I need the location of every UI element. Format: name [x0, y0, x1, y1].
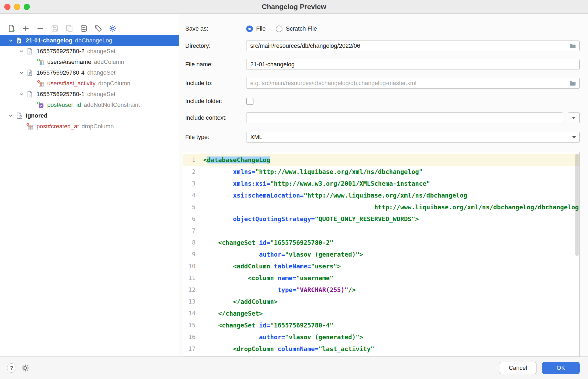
line-number: 2 — [183, 166, 200, 178]
zoom-window-button[interactable] — [24, 4, 30, 10]
tree-row[interactable]: post#user_idaddNotNullConstraint — [0, 100, 179, 110]
window-title: Changelog Preview — [262, 3, 326, 11]
new-changelog-icon[interactable] — [7, 24, 16, 33]
changelog-file-icon — [16, 37, 24, 44]
folder-icon[interactable] — [569, 80, 576, 87]
folder-icon[interactable] — [569, 42, 576, 49]
code-line: 4 xsi:schemaLocation="http://www.liquiba… — [183, 190, 579, 201]
radio-scratch-file[interactable] — [276, 25, 282, 32]
database-icon[interactable] — [79, 24, 88, 33]
file-name-value: 21-01-changelog — [250, 61, 295, 68]
file-type-value: XML — [250, 134, 262, 141]
line-number: 16 — [183, 331, 200, 343]
ok-button[interactable]: OK — [542, 362, 580, 374]
chevron-down-icon[interactable] — [17, 48, 26, 54]
code-line: 12 type="VARCHAR(255)"/> — [183, 284, 579, 296]
settings-icon[interactable] — [108, 24, 117, 33]
directory-input[interactable]: src/main/resources/db/changelog/2022/06 — [246, 41, 580, 51]
line-number: 17 — [183, 343, 200, 355]
code-line: 16 author="vlasov (generated)"> — [183, 331, 579, 343]
tree-row[interactable]: post#created_atdropColumn — [0, 121, 179, 132]
line-number: 15 — [183, 319, 200, 331]
tree-row[interactable]: users#usernameaddColumn — [0, 57, 179, 67]
code-line: 5 http://www.liquibase.org/xml/ns/dbchan… — [183, 201, 579, 213]
code-line: 13 </addColumn> — [183, 296, 579, 308]
directory-value: src/main/resources/db/changelog/2022/06 — [250, 42, 360, 49]
include-context-input[interactable] — [246, 112, 563, 123]
chevron-down-icon[interactable] — [6, 113, 16, 119]
changelog-preview-dialog: Changelog Preview 21-01-changelogdbChang… — [0, 0, 588, 379]
radio-scratch-file-label: Scratch File — [286, 25, 317, 32]
save-as-label: Save as: — [185, 25, 246, 32]
code-line: 8 <changeSet id="1655756925780-2" — [183, 237, 579, 249]
code-line: 7 — [183, 225, 579, 237]
changelog-form: Save as: File Scratch File Directory: sr… — [179, 23, 588, 143]
tree-item-type: addColumn — [94, 59, 124, 65]
code-editor[interactable]: 1<databaseChangeLog2 xmlns="http://www.l… — [183, 152, 580, 357]
tree-item-name: 1655756925780-4 — [37, 69, 85, 76]
tree-row[interactable]: users#last_activitydropColumn — [0, 78, 179, 89]
editor-vertical-scrollbar[interactable] — [575, 154, 579, 256]
tag-icon[interactable] — [94, 24, 103, 33]
line-number: 1 — [183, 154, 200, 166]
include-to-input[interactable]: e.g. src/main/resources/db/changelog/db.… — [246, 78, 580, 89]
changeset-icon — [26, 91, 34, 98]
close-window-button[interactable] — [4, 4, 10, 10]
radio-file[interactable] — [246, 25, 253, 32]
code-line: 6 objectQuotingStrategy="QUOTE_ONLY_RESE… — [183, 213, 579, 225]
tree-item-type: changeSet — [87, 48, 115, 55]
minimize-window-button[interactable] — [14, 4, 20, 10]
tree-row[interactable]: 1655756925780-1changeSet — [0, 89, 179, 100]
radio-file-label: File — [256, 25, 266, 32]
settings-gear-button[interactable] — [21, 364, 30, 372]
code-line: 1<databaseChangeLog — [183, 154, 579, 166]
tree-row[interactable]: 1655756925780-4changeSet — [0, 67, 179, 78]
remove-changeset-icon[interactable] — [36, 24, 45, 33]
code-line: 17 <dropColumn columnName="last_activity… — [183, 343, 579, 355]
include-context-row: Include context: — [185, 112, 580, 123]
tree-item-name: post#user_id — [47, 101, 81, 108]
include-folder-row: Include folder: — [185, 96, 580, 107]
tree-row[interactable]: Ignored — [0, 110, 179, 121]
tree-row[interactable]: 1655756925780-2changeSet — [0, 46, 179, 57]
file-type-select[interactable]: XML — [246, 132, 580, 143]
ignored-icon — [16, 112, 24, 119]
code-line: 18 tableName="users"/> — [183, 355, 579, 357]
file-name-input[interactable]: 21-01-changelog — [246, 59, 580, 70]
changelog-tree-panel: 21-01-changelogdbChangeLog1655756925780-… — [0, 14, 179, 356]
save-as-row: Save as: File Scratch File — [185, 23, 580, 34]
line-number: 5 — [183, 201, 200, 213]
tree-item-type: changeSet — [87, 69, 115, 76]
line-number: 12 — [183, 284, 200, 296]
include-folder-checkbox[interactable] — [246, 98, 253, 105]
line-number: 10 — [183, 260, 200, 272]
cancel-button[interactable]: Cancel — [499, 362, 537, 374]
window-controls — [4, 4, 30, 10]
chevron-down-icon[interactable] — [17, 70, 26, 76]
directory-label: Directory: — [185, 42, 246, 49]
add-changeset-icon[interactable] — [21, 24, 30, 33]
chevron-down-icon — [572, 117, 576, 119]
code-content: 1<databaseChangeLog2 xmlns="http://www.l… — [183, 152, 579, 357]
drop-column-icon — [37, 80, 45, 87]
code-line: 14 </changeSet> — [183, 308, 579, 319]
titlebar: Changelog Preview — [0, 0, 588, 14]
tree-item-name: 1655756925780-2 — [37, 48, 85, 55]
chevron-down-icon[interactable] — [6, 38, 16, 43]
tree-item-name: users#last_activity — [47, 80, 96, 87]
code-line: 2 xmlns="http://www.liquibase.org/xml/ns… — [183, 166, 579, 178]
tree-item-type: changeSet — [87, 91, 115, 98]
tree-row[interactable]: 21-01-changelogdbChangeLog — [0, 35, 179, 46]
tree-item-type: dropColumn — [82, 123, 114, 130]
tree-item-type: dropColumn — [98, 80, 130, 87]
include-context-dropdown-button[interactable] — [568, 112, 580, 123]
tree-toolbar — [0, 14, 179, 35]
help-button[interactable]: ? — [7, 363, 16, 373]
line-number: 3 — [183, 178, 200, 190]
line-number: 14 — [183, 308, 200, 319]
file-name-label: File name: — [185, 61, 246, 68]
tree-item-name: Ignored — [26, 112, 48, 119]
line-number: 13 — [183, 296, 200, 308]
changeset-icon — [26, 69, 34, 76]
chevron-down-icon[interactable] — [17, 91, 26, 97]
